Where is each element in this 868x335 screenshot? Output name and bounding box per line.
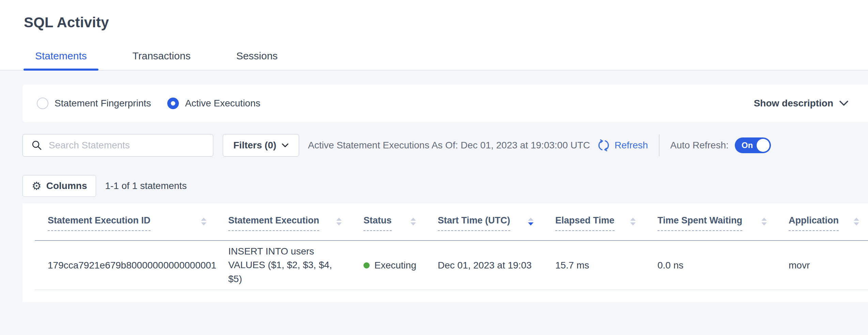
sort-icon[interactable]: [410, 218, 416, 225]
cell-time-spent-waiting: 0.0 ns: [645, 241, 776, 290]
cell-elapsed-time: 15.7 ms: [542, 241, 645, 290]
column-header-statement-execution[interactable]: Statement Execution: [215, 203, 351, 240]
as-of-timestamp: Active Statement Executions As Of: Dec 0…: [308, 140, 590, 151]
page-header: SQL Activity Statements Transactions Ses…: [0, 0, 868, 71]
sort-icon[interactable]: [201, 218, 206, 225]
tab-statements[interactable]: Statements: [24, 50, 98, 71]
show-description-label: Show description: [754, 98, 833, 109]
sort-icon[interactable]: [630, 218, 636, 225]
tab-sessions[interactable]: Sessions: [224, 50, 289, 71]
search-box[interactable]: [22, 134, 213, 157]
executing-status-icon: [363, 262, 370, 268]
cell-application: movr: [776, 241, 868, 290]
table-row[interactable]: 179cca7921e679b80000000000000001 INSERT …: [35, 241, 868, 290]
refresh-button[interactable]: Refresh: [598, 139, 648, 151]
tab-bar: Statements Transactions Sessions: [24, 50, 289, 71]
columns-button-label: Columns: [46, 180, 87, 191]
filters-label: Filters (0): [233, 140, 276, 151]
auto-refresh-toggle[interactable]: On: [735, 137, 771, 153]
vertical-divider: [659, 134, 660, 156]
sort-icon[interactable]: [854, 218, 859, 225]
columns-button[interactable]: ⚙ Columns: [22, 175, 96, 197]
cell-start-time: Dec 01, 2023 at 19:03: [425, 241, 542, 290]
radio-label: Active Executions: [185, 98, 260, 109]
gear-icon: ⚙: [32, 180, 42, 191]
chevron-down-icon: [282, 143, 289, 148]
radio-unselected-icon[interactable]: [37, 98, 48, 109]
sql-activity-page: SQL Activity Statements Transactions Ses…: [0, 0, 868, 335]
column-header-start-time[interactable]: Start Time (UTC): [425, 203, 542, 240]
column-header-statement-execution-id[interactable]: Statement Execution ID: [35, 203, 215, 240]
table-toolbar: ⚙ Columns 1-1 of 1 statements: [22, 175, 868, 197]
status-label: Executing: [374, 260, 416, 271]
sort-icon-active-desc[interactable]: [528, 218, 533, 225]
cell-status: Executing: [351, 241, 425, 290]
show-description-toggle[interactable]: Show description: [754, 98, 868, 109]
statements-table-card: Statement Execution ID Statement Executi…: [22, 203, 868, 302]
column-header-application[interactable]: Application: [776, 203, 868, 240]
radio-selected-icon[interactable]: [167, 98, 179, 109]
cell-execution-id[interactable]: 179cca7921e679b80000000000000001: [35, 241, 215, 290]
filters-button[interactable]: Filters (0): [223, 134, 299, 157]
column-header-status[interactable]: Status: [351, 203, 425, 240]
cell-statement[interactable]: INSERT INTO users VALUES ($1, $2, $3, $4…: [215, 241, 351, 290]
search-icon: [32, 140, 42, 150]
auto-refresh-label: Auto Refresh:: [670, 140, 729, 151]
refresh-label: Refresh: [615, 140, 648, 151]
result-count: 1-1 of 1 statements: [105, 180, 187, 191]
chevron-down-icon: [839, 101, 848, 106]
page-body: Statement Fingerprints Active Executions…: [0, 85, 868, 302]
column-header-elapsed-time[interactable]: Elapsed Time: [542, 203, 645, 240]
column-header-time-spent-waiting[interactable]: Time Spent Waiting: [645, 203, 776, 240]
table-header-row: Statement Execution ID Statement Executi…: [35, 203, 868, 241]
radio-active-executions[interactable]: Active Executions: [167, 98, 260, 109]
toggle-knob[interactable]: [757, 139, 770, 152]
page-title: SQL Activity: [24, 14, 109, 31]
radio-statement-fingerprints[interactable]: Statement Fingerprints: [37, 98, 151, 109]
sort-icon[interactable]: [761, 218, 767, 225]
radio-label: Statement Fingerprints: [55, 98, 151, 109]
refresh-icon: [598, 139, 610, 151]
view-mode-card: Statement Fingerprints Active Executions…: [22, 85, 868, 122]
sort-icon[interactable]: [336, 218, 342, 225]
toggle-state-label: On: [742, 141, 753, 150]
controls-row: Filters (0) Active Statement Executions …: [22, 134, 868, 157]
tab-transactions[interactable]: Transactions: [121, 50, 202, 71]
search-input[interactable]: [49, 140, 206, 151]
